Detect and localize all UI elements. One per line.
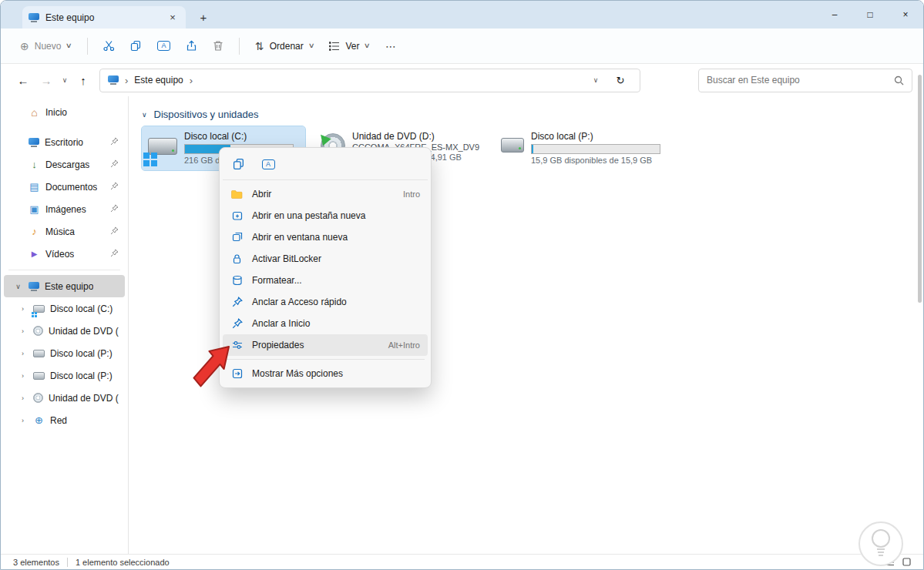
pin-icon[interactable]: [110, 226, 119, 237]
breadcrumb-chevron-icon[interactable]: ›: [190, 75, 193, 86]
menu-item-formatear[interactable]: Formatear...: [223, 270, 428, 291]
chevron-right-icon[interactable]: ›: [18, 372, 28, 380]
sidebar-item-disco-p-2[interactable]: › Disco local (P:): [4, 364, 125, 387]
menu-item-abrir[interactable]: Abrir Intro: [223, 183, 428, 205]
lock-icon: [230, 253, 244, 264]
chevron-right-icon[interactable]: ›: [18, 394, 28, 402]
pin-icon[interactable]: [110, 249, 119, 260]
chevron-right-icon[interactable]: ›: [18, 417, 28, 424]
tab-close-button[interactable]: ×: [166, 11, 180, 25]
sidebar-item-label: Escritorio: [45, 137, 83, 148]
up-button[interactable]: ↑: [72, 74, 95, 87]
chevron-right-icon[interactable]: ›: [18, 305, 28, 313]
back-button[interactable]: ←: [12, 74, 35, 87]
refresh-button[interactable]: ↻: [609, 75, 632, 86]
sidebar-item-label: Descargas: [45, 159, 89, 170]
menu-item-shortcut: Alt+Intro: [388, 340, 420, 350]
view-button[interactable]: Ver ∨: [322, 35, 377, 57]
sort-button[interactable]: ⇅ Ordenar ∨: [248, 35, 321, 57]
sidebar-item-label: Disco local (P:): [50, 348, 113, 359]
group-header-devices[interactable]: ∨ Dispositivos y unidades: [142, 109, 917, 120]
address-dropdown-button[interactable]: ∨: [589, 76, 603, 84]
delete-button[interactable]: [206, 35, 230, 57]
menu-item-propiedades[interactable]: Propiedades Alt+Intro: [223, 334, 428, 356]
menu-item-abrir-ventana[interactable]: Abrir en ventana nueva: [223, 226, 428, 248]
sidebar-item-label: Disco local (P:): [50, 370, 113, 381]
sidebar-item-inicio[interactable]: ⌂ Inicio: [4, 101, 125, 123]
chevron-right-icon[interactable]: ›: [18, 327, 28, 335]
new-button[interactable]: ⊕ Nuevo ∨: [13, 35, 79, 57]
format-drive-icon: [230, 275, 244, 286]
sidebar-item-este-equipo[interactable]: ∨ Este equipo: [4, 275, 125, 297]
share-icon: [186, 40, 197, 52]
chevron-right-icon[interactable]: ›: [18, 350, 28, 357]
drive-icon: [33, 350, 45, 357]
address-row: ← → ∨ ↑ › Este equipo › ∨ ↻: [1, 64, 923, 96]
sidebar-item-dvd-d[interactable]: › Unidad de DVD (D:): [4, 320, 125, 342]
chevron-down-icon: ∨: [142, 111, 147, 119]
sidebar-item-documentos[interactable]: ▤ Documentos: [4, 176, 125, 198]
chevron-down-icon: ∨: [364, 42, 371, 49]
pin-icon[interactable]: [110, 182, 119, 193]
search-input[interactable]: [707, 75, 889, 86]
copy-icon: [130, 40, 142, 52]
pin-icon: [230, 318, 244, 329]
sidebar-item-disco-p[interactable]: › Disco local (P:): [4, 342, 125, 364]
sidebar-item-videos[interactable]: ▶ Vídeos: [4, 243, 125, 265]
vertical-scrollbar[interactable]: [918, 75, 922, 303]
search-box[interactable]: [698, 69, 912, 92]
share-button[interactable]: [179, 35, 204, 57]
rename-button[interactable]: A: [150, 35, 177, 56]
sort-button-label: Ordenar: [270, 41, 304, 52]
sidebar-item-label: Unidad de DVD (D:): [49, 393, 119, 404]
rename-button[interactable]: A: [255, 153, 281, 175]
desktop-icon: [29, 138, 39, 147]
more-options-button[interactable]: ⋯: [378, 35, 403, 57]
rename-icon: A: [262, 159, 275, 169]
close-button[interactable]: ×: [888, 1, 923, 28]
tab-este-equipo[interactable]: Este equipo ×: [22, 6, 186, 28]
maximize-button[interactable]: □: [852, 1, 888, 28]
sidebar-item-disco-c[interactable]: › Disco local (C:): [4, 297, 125, 320]
drive-icon: [33, 372, 45, 380]
sidebar-item-escritorio[interactable]: Escritorio: [4, 131, 125, 153]
new-button-label: Nuevo: [35, 41, 62, 52]
menu-item-activar-bitlocker[interactable]: Activar BitLocker: [223, 248, 428, 270]
sidebar-item-dvd-d-2[interactable]: › Unidad de DVD (D:): [4, 387, 125, 409]
large-icons-view-icon[interactable]: [902, 558, 911, 566]
menu-item-anclar-inicio[interactable]: Anclar a Inicio: [223, 313, 428, 334]
pin-icon[interactable]: [110, 159, 119, 170]
drive-tile-p[interactable]: Disco local (P:) 15,9 GB disponibles de …: [495, 126, 667, 170]
group-header-label: Dispositivos y unidades: [154, 109, 259, 120]
sidebar-item-musica[interactable]: ♪ Música: [4, 220, 125, 243]
pin-icon[interactable]: [110, 137, 119, 148]
menu-item-mostrar-mas-opciones[interactable]: Mostrar Más opciones: [223, 363, 428, 384]
chevron-down-icon: ∨: [66, 42, 72, 49]
lightbulb-icon: [868, 528, 894, 560]
menu-item-label: Abrir en una pestaña nueva: [252, 210, 365, 221]
minimize-button[interactable]: –: [817, 1, 852, 28]
breadcrumb-chevron-icon: ›: [125, 75, 128, 86]
copy-button[interactable]: [123, 35, 149, 57]
menu-item-anclar-acceso-rapido[interactable]: Anclar a Acceso rápido: [223, 291, 428, 313]
pin-icon[interactable]: [110, 204, 119, 215]
copy-button[interactable]: [226, 153, 252, 175]
menu-item-label: Activar BitLocker: [252, 253, 321, 264]
home-icon: ⌂: [29, 107, 40, 118]
folder-icon: [230, 189, 244, 200]
ellipsis-icon: ⋯: [385, 41, 396, 52]
new-tab-button[interactable]: +: [195, 11, 212, 24]
sidebar-item-red[interactable]: › ⊕ Red: [4, 409, 125, 431]
forward-button[interactable]: →: [35, 74, 58, 87]
cut-button[interactable]: [96, 35, 122, 57]
address-bar[interactable]: › Este equipo › ∨ ↻: [99, 69, 640, 92]
windows-logo-icon: [143, 153, 150, 159]
sidebar-item-imagenes[interactable]: ▣ Imágenes: [4, 198, 125, 220]
recent-locations-button[interactable]: ∨: [58, 76, 72, 84]
breadcrumb-segment[interactable]: Este equipo: [134, 75, 183, 86]
items-count: 3 elementos: [13, 558, 59, 567]
pictures-icon: ▣: [29, 204, 40, 214]
chevron-down-icon[interactable]: ∨: [13, 283, 23, 290]
sidebar-item-descargas[interactable]: ↓ Descargas: [4, 153, 125, 176]
menu-item-abrir-pestana[interactable]: Abrir en una pestaña nueva: [223, 205, 428, 226]
